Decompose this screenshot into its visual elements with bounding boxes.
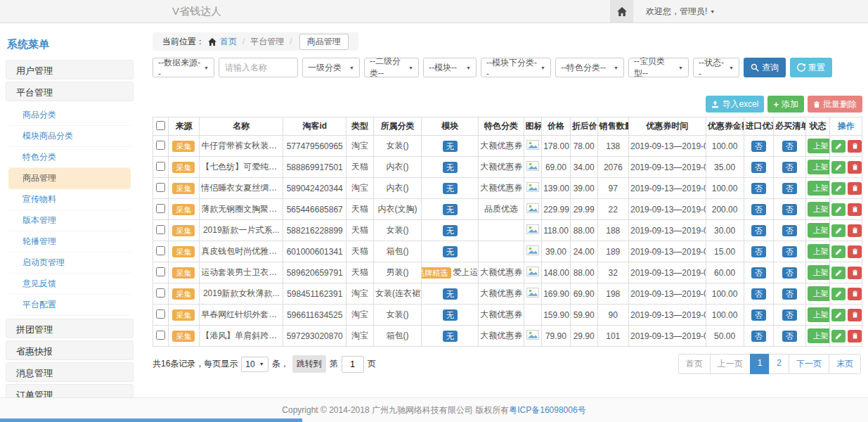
row-checkbox[interactable] [156, 309, 165, 319]
module-badge[interactable]: 无 [443, 225, 458, 236]
row-checkbox[interactable] [156, 183, 165, 192]
module-badge[interactable]: 无 [443, 162, 458, 173]
sidebar-item[interactable]: 拼团管理 [6, 319, 134, 338]
breadcrumb-home-link[interactable]: 首页 [220, 36, 237, 48]
delete-button[interactable] [848, 161, 862, 174]
delete-button[interactable] [848, 288, 862, 300]
sidebar-item[interactable]: 消息管理 [6, 362, 134, 382]
imported-toggle[interactable]: 否 [751, 183, 766, 194]
sidebar-subitem[interactable]: 平台配置 [8, 295, 131, 316]
must-buy-toggle[interactable]: 否 [782, 309, 797, 321]
horizontal-scrollbar-thumb[interactable] [0, 418, 302, 422]
imported-toggle[interactable]: 否 [751, 331, 766, 342]
sidebar-subitem[interactable]: 特色分类 [8, 147, 131, 168]
icp-link[interactable]: 粤ICP备16098006号 [509, 404, 585, 416]
module-badge[interactable]: 无 [443, 246, 458, 257]
row-checkbox[interactable] [156, 246, 165, 255]
page-number-input[interactable] [342, 356, 364, 373]
module-badge[interactable]: 无 [443, 331, 458, 342]
filter-feature-category[interactable]: --特色分类--▼ [555, 58, 624, 77]
sidebar-subitem[interactable]: 商品管理 [8, 168, 131, 189]
status-button[interactable]: 上架 [808, 139, 830, 153]
import-excel-button[interactable]: 导入excel [706, 96, 764, 113]
status-button[interactable]: 上架 [808, 223, 830, 238]
module-badge[interactable]: 无 [443, 288, 458, 300]
module-badge[interactable]: 无 [443, 141, 458, 152]
imported-toggle[interactable]: 否 [751, 267, 766, 279]
row-checkbox[interactable] [156, 331, 165, 340]
reset-button[interactable]: 重置 [790, 58, 832, 77]
edit-button[interactable] [831, 330, 846, 343]
row-checkbox[interactable] [156, 141, 165, 150]
must-buy-toggle[interactable]: 否 [782, 225, 797, 236]
edit-button[interactable] [831, 182, 846, 195]
sidebar-item[interactable]: 省惠快报 [6, 340, 134, 360]
must-buy-toggle[interactable]: 否 [782, 267, 797, 279]
module-badge[interactable]: 无 [443, 183, 458, 194]
status-button[interactable]: 上架 [808, 202, 830, 217]
delete-button[interactable] [848, 140, 862, 153]
edit-button[interactable] [831, 267, 846, 279]
must-buy-toggle[interactable]: 否 [782, 204, 797, 215]
delete-button[interactable] [848, 330, 862, 343]
delete-button[interactable] [848, 203, 862, 216]
page-button[interactable]: 2 [769, 354, 789, 374]
edit-button[interactable] [831, 288, 846, 300]
sidebar-subitem[interactable]: 轮播管理 [8, 231, 131, 252]
page-button[interactable]: 末页 [829, 354, 861, 374]
module-badge[interactable]: 品牌精选 [421, 267, 451, 279]
page-button[interactable]: 首页 [678, 354, 711, 374]
sidebar-subitem[interactable]: 模块商品分类 [8, 126, 131, 147]
edit-button[interactable] [831, 203, 846, 216]
imported-toggle[interactable]: 否 [751, 288, 766, 300]
status-button[interactable]: 上架 [808, 244, 830, 259]
filter-module-subcategory[interactable]: --模块下分类--▼ [481, 58, 551, 77]
sidebar-subitem[interactable]: 启动页管理 [8, 252, 131, 274]
must-buy-toggle[interactable]: 否 [782, 141, 797, 152]
must-buy-toggle[interactable]: 否 [782, 331, 797, 342]
status-button[interactable]: 上架 [808, 286, 830, 301]
edit-button[interactable] [831, 309, 846, 321]
filter-item-type[interactable]: --宝贝类型--▼ [628, 58, 689, 77]
filter-module[interactable]: --模块--▼ [423, 58, 477, 77]
status-button[interactable]: 上架 [808, 265, 830, 280]
sidebar-subitem[interactable]: 意见反馈 [8, 274, 131, 295]
imported-toggle[interactable]: 否 [751, 141, 766, 152]
row-checkbox[interactable] [156, 204, 165, 213]
jump-to-button[interactable]: 跳转到 [292, 355, 326, 373]
filter-status[interactable]: --状态--▼ [693, 58, 739, 77]
must-buy-toggle[interactable]: 否 [782, 183, 797, 194]
edit-button[interactable] [831, 140, 846, 153]
delete-button[interactable] [848, 245, 862, 258]
add-button[interactable]: + 添加 [767, 96, 804, 113]
sidebar-subitem[interactable]: 商品分类 [8, 105, 131, 126]
page-button[interactable]: 1 [750, 354, 770, 374]
sidebar-item[interactable]: 平台管理 [6, 82, 134, 101]
status-button[interactable]: 上架 [808, 307, 830, 322]
sidebar-subitem[interactable]: 版本管理 [8, 210, 131, 231]
module-badge[interactable]: 无 [443, 204, 458, 215]
per-page-select[interactable]: 10 ▼ [241, 357, 268, 372]
status-button[interactable]: 上架 [808, 160, 830, 174]
delete-button[interactable] [848, 309, 862, 321]
row-checkbox[interactable] [156, 225, 165, 234]
row-checkbox[interactable] [156, 267, 165, 276]
home-button[interactable] [610, 0, 633, 23]
delete-button[interactable] [848, 182, 862, 195]
delete-button[interactable] [848, 267, 862, 279]
imported-toggle[interactable]: 否 [751, 162, 766, 173]
search-button[interactable]: 查询 [744, 58, 786, 77]
edit-button[interactable] [831, 224, 846, 237]
delete-button[interactable] [848, 224, 862, 237]
page-button[interactable]: 上一页 [710, 354, 751, 374]
filter-data-source[interactable]: --数据来源--▼ [153, 58, 214, 77]
page-button[interactable]: 下一页 [789, 354, 829, 374]
module-badge[interactable]: 无 [443, 309, 458, 321]
filter-level1-category[interactable]: 一级分类▼ [302, 58, 360, 77]
imported-toggle[interactable]: 否 [751, 309, 766, 321]
row-checkbox[interactable] [156, 162, 165, 171]
must-buy-toggle[interactable]: 否 [782, 162, 797, 173]
imported-toggle[interactable]: 否 [751, 204, 766, 215]
imported-toggle[interactable]: 否 [751, 225, 766, 236]
edit-button[interactable] [831, 245, 846, 258]
